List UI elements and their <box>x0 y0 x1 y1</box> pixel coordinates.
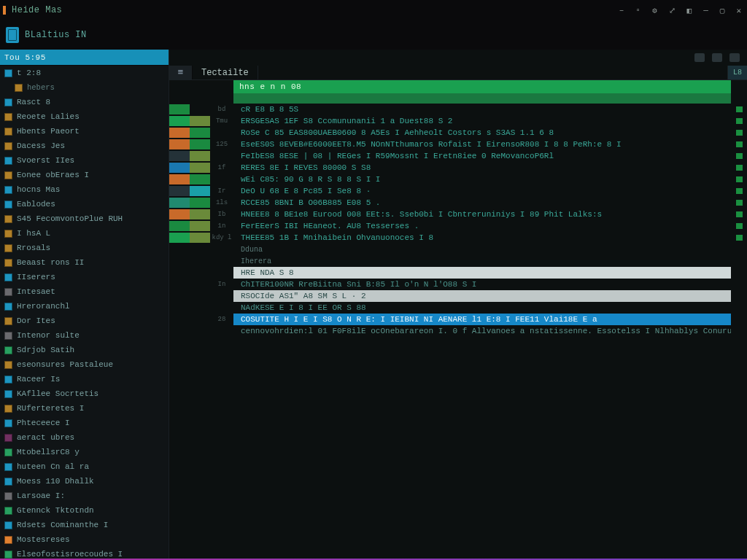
sidebar-item[interactable]: Hbents Paeort <box>0 124 169 139</box>
folder-icon <box>4 317 12 325</box>
code-line[interactable]: FerEEerS IBI HEaneot. AU8 Tesserses . <box>233 220 731 232</box>
sidebar-item[interactable]: t 2:8 <box>0 66 169 80</box>
window-button[interactable]: ⤢ <box>669 6 676 15</box>
sidebar-item[interactable]: Beaast rons II <box>0 255 169 270</box>
line-marker <box>731 115 747 127</box>
code-line[interactable]: Dduna <box>233 244 731 255</box>
code-line[interactable]: NAdKESE E I 8 I EE OR S 88 <box>233 302 731 314</box>
folder-icon <box>4 215 12 223</box>
tab-close-button[interactable]: ≡ <box>169 66 193 79</box>
tab[interactable]: Tectailte <box>193 66 258 79</box>
sidebar-item[interactable]: Raceer Is <box>0 372 169 386</box>
sidebar-item[interactable]: Moess 110 Dhallk <box>0 474 169 489</box>
line-marker <box>731 174 747 185</box>
window-button[interactable]: — <box>703 6 708 15</box>
sidebar-item[interactable]: Hreroranchl <box>0 299 169 314</box>
toolbar-button[interactable] <box>694 53 705 62</box>
sidebar-item[interactable]: Rrosals <box>0 241 169 255</box>
sidebar-item[interactable]: Eonee obEraes I <box>0 168 169 182</box>
sidebar-item[interactable]: Mostesreses <box>0 532 169 547</box>
code-line[interactable]: wEi C85: 90 G 8 R S 8 8 S I I <box>233 174 731 185</box>
sidebar-item[interactable]: IIserers <box>0 270 169 284</box>
sidebar-item[interactable]: Rasct 8 <box>0 95 169 109</box>
sidebar-list: t 2:8hebersRasct 8Reoete LaliesHbents Pa… <box>0 66 169 559</box>
sidebar-header[interactable]: Tou 5:95 <box>0 50 169 66</box>
folder-icon <box>4 346 12 354</box>
sidebar-item[interactable]: MtobellsrC8 y <box>0 445 169 459</box>
code-line[interactable]: cR E8 B 8 5S <box>233 104 731 115</box>
sidebar-item[interactable]: KAfllee Socrtetis <box>0 386 169 401</box>
project-icon[interactable] <box>6 27 19 43</box>
folder-icon <box>4 157 12 165</box>
window-button[interactable]: ◧ <box>687 6 692 15</box>
sidebar-item[interactable]: Dor Ites <box>0 314 169 328</box>
code-line[interactable]: RCCE85 8BNI B O06B885 E08 5 . <box>233 197 731 209</box>
sidebar-item[interactable]: huteen Cn al ra <box>0 459 169 474</box>
code-body[interactable]: hns e n n 08cR E8 B 8 5SERSGESAS 1EF S8 … <box>233 80 731 559</box>
sidebar-item[interactable]: S45 FecomvontoPlue RUH <box>0 211 169 226</box>
sidebar-item-label: KAfllee Socrtetis <box>17 389 98 398</box>
code-line[interactable]: EseES0S 8EVEB#E6000EET8.M5 NOnNTthumaros… <box>233 139 731 150</box>
sidebar-item[interactable]: I hsA L <box>0 226 169 241</box>
sidebar-item[interactable]: Phteceece I <box>0 416 169 430</box>
line-marker <box>731 267 747 279</box>
sidebar-item[interactable]: Gtennck Tktotndn <box>0 503 169 518</box>
folder-icon <box>4 507 12 515</box>
folder-icon <box>4 492 12 500</box>
menubar: BLaltius IN <box>0 20 747 50</box>
code-line[interactable]: DeO U 68 E 8 Pc85 I Se8 8 · <box>233 185 731 197</box>
sidebar-item[interactable]: Rdsets Cominanthe I <box>0 518 169 532</box>
code-line[interactable]: RoSe C 85 EAS800UAEB0600 8 A5Es I Aehheo… <box>233 127 731 139</box>
sidebar-item-label: IIserers <box>17 273 55 281</box>
code-line[interactable]: cennovohrdien:l 01 F0F8ilE ocOnebarareon… <box>233 325 731 337</box>
sidebar-item-label: eseonsures Pastaleue <box>17 360 113 369</box>
sidebar-item-label: Eonee obEraes I <box>17 171 89 179</box>
window-button[interactable]: ✕ <box>736 6 741 15</box>
sidebar-item[interactable]: Sdrjob Satih <box>0 343 169 357</box>
sidebar-item[interactable]: Elseofostisroecoudes I <box>0 547 169 559</box>
code-line[interactable]: HNEEE8 8 BE1e8 Eurood 008 EEt:s. Sseb0bi… <box>233 209 731 220</box>
sidebar-item[interactable]: Larsoae I: <box>0 489 169 503</box>
code-line[interactable]: FeIbES8 8ESE | 08 | REGes I R59Mossnt I … <box>233 150 731 162</box>
sidebar-item[interactable]: Reoete Lalies <box>0 109 169 124</box>
sidebar-item[interactable]: Eablodes <box>0 197 169 211</box>
line-marker <box>731 104 747 115</box>
window-button[interactable]: ▫ <box>635 6 640 15</box>
marker-strip <box>731 80 747 559</box>
window-button[interactable]: ▢ <box>720 6 725 15</box>
line-marker <box>731 220 747 232</box>
sidebar-item[interactable]: hocns Mas <box>0 182 169 197</box>
sidebar-item-label: Dacess Jes <box>17 141 65 150</box>
folder-icon <box>4 478 12 486</box>
code-line[interactable]: Iherera <box>233 255 731 267</box>
sidebar-item[interactable]: Intesaet <box>0 284 169 299</box>
folder-icon <box>4 142 12 150</box>
code-line[interactable]: RERES 8E I REVES 80000 S S8 <box>233 162 731 174</box>
folder-icon <box>4 273 12 281</box>
code-line[interactable]: ERSGESAS 1EF S8 Ccomununanii 1 a Duest88… <box>233 115 731 127</box>
sidebar-item-label: Beaast rons II <box>17 258 84 267</box>
section-subheader <box>233 93 731 104</box>
code-line[interactable]: ChITER100NR RreBiitna Sni B:85 Il o'n N … <box>233 279 731 290</box>
sidebar-item[interactable]: eseonsures Pastaleue <box>0 357 169 372</box>
window-button[interactable]: ⚙ <box>652 6 657 15</box>
sidebar-item[interactable]: Svoerst IIes <box>0 153 169 168</box>
code-line[interactable]: HRE NDA S 8 <box>233 267 731 279</box>
sidebar-item[interactable]: RUferteretes I <box>0 401 169 416</box>
sidebar-item[interactable]: aeract ubres <box>0 430 169 445</box>
folder-icon <box>4 230 12 238</box>
sidebar-item-label: Larsoae I: <box>17 491 65 500</box>
code-line[interactable]: COSUTITE H I E I S8 O N R E: I IEIBNI NI… <box>233 314 731 325</box>
sidebar-item-label: RUferteretes I <box>17 404 84 413</box>
code-line[interactable]: THEEE85 1B I Mnihaibein Ohvanuonoces I 8 <box>233 232 731 244</box>
code-line[interactable]: RSOCIde AS1" A8 SM S L · 2 <box>233 290 731 302</box>
sidebar-item[interactable]: hebers <box>0 80 169 95</box>
sidebar-item[interactable]: Dacess Jes <box>0 139 169 153</box>
folder-icon <box>4 463 12 471</box>
toolbar-button[interactable] <box>712 53 722 62</box>
editor: ≡ Tectailte L8 bdTmu1251fIr1lsIb1nkdy lI… <box>169 50 747 559</box>
window-button[interactable]: – <box>619 6 624 15</box>
toolbar-button[interactable] <box>729 53 740 62</box>
folder-icon <box>4 376 12 384</box>
sidebar-item[interactable]: Intenor sulte <box>0 328 169 343</box>
